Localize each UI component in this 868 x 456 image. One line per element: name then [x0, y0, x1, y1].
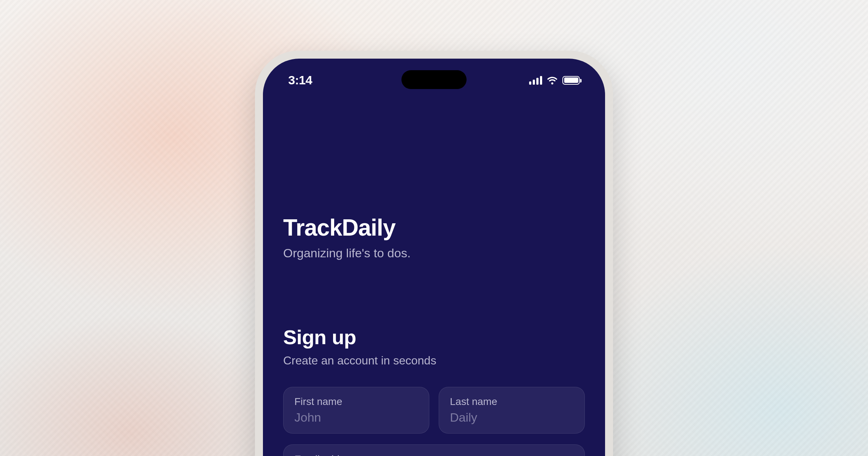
first-name-field[interactable]: First name	[283, 387, 429, 434]
cellular-signal-icon	[529, 76, 542, 85]
first-name-label: First name	[294, 396, 418, 408]
content: TrackDaily Organizing life's to dos. Sig…	[283, 214, 585, 456]
phone-frame: 3:14 TrackDaily Organizing life's to dos…	[255, 51, 613, 456]
status-right	[529, 76, 580, 85]
first-name-input[interactable]	[294, 410, 418, 425]
name-fields-row: First name Last name	[283, 387, 585, 434]
status-time: 3:14	[288, 73, 312, 87]
signup-subheading: Create an account in seconds	[283, 354, 585, 367]
last-name-label: Last name	[450, 396, 574, 408]
app-title: TrackDaily	[283, 214, 585, 241]
app-tagline: Organizing life's to dos.	[283, 246, 585, 260]
status-bar: 3:14	[263, 73, 605, 87]
phone-screen: 3:14 TrackDaily Organizing life's to dos…	[263, 59, 605, 456]
signup-heading: Sign up	[283, 325, 585, 349]
email-field[interactable]: Email address	[283, 444, 585, 456]
email-label: Email address	[294, 453, 574, 456]
last-name-field[interactable]: Last name	[439, 387, 585, 434]
wifi-icon	[546, 76, 558, 85]
battery-icon	[562, 76, 580, 85]
last-name-input[interactable]	[450, 410, 574, 425]
